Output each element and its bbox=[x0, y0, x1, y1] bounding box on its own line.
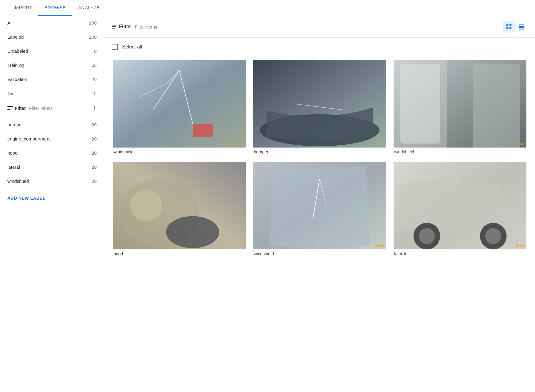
main-filter-bar: Filter bbox=[104, 16, 535, 38]
sidebar-item-all[interactable]: All 100 bbox=[0, 16, 104, 30]
filter-labels-placeholder: Filter labels bbox=[29, 106, 90, 111]
image-cell-lateral1[interactable]: 16:03 lateral bbox=[390, 158, 530, 260]
image-cell-windshield3[interactable]: 28:08 windshield bbox=[249, 158, 390, 260]
sidebar-item-test[interactable]: Test 15 bbox=[0, 86, 104, 101]
svg-point-23 bbox=[130, 190, 162, 221]
select-all-label: Select all bbox=[122, 44, 142, 50]
svg-point-24 bbox=[166, 216, 219, 248]
image-1: 12:04 bbox=[113, 60, 246, 148]
category-section: All 100 Labeled 100 Unlabeled 0 Training… bbox=[0, 16, 104, 101]
svg-rect-4 bbox=[519, 25, 525, 25]
svg-rect-3 bbox=[510, 27, 511, 29]
image-6: 16:03 bbox=[394, 162, 526, 249]
image-wrapper-5: 28:08 bbox=[253, 162, 386, 249]
labels-section: bumper 20 engine_compartment 20 hood 20 … bbox=[0, 115, 104, 191]
list-view-button[interactable] bbox=[516, 21, 528, 33]
view-toggle-group bbox=[503, 21, 528, 33]
image-label-5: windshield bbox=[253, 251, 386, 256]
sidebar-item-validation[interactable]: Validation 20 bbox=[0, 72, 104, 86]
svg-rect-7 bbox=[519, 29, 525, 29]
image-cell-windshield2[interactable]: 06:04 windshield bbox=[390, 56, 530, 158]
image-label-3: windshield bbox=[394, 149, 526, 154]
image-wrapper-1: 12:04 bbox=[113, 60, 246, 148]
sidebar-item-lateral[interactable]: lateral 20 bbox=[0, 160, 104, 174]
sidebar-item-windshield[interactable]: windshield 20 bbox=[0, 174, 104, 188]
svg-rect-5 bbox=[519, 26, 525, 27]
filter-items-input[interactable] bbox=[135, 24, 193, 29]
image-3: 06:04 bbox=[394, 60, 526, 148]
sidebar-item-unlabeled[interactable]: Unlabeled 0 bbox=[0, 44, 104, 58]
main-content: Filter bbox=[104, 16, 535, 392]
image-grid: 12:04 windshield bbox=[104, 53, 535, 267]
svg-rect-2 bbox=[506, 27, 508, 29]
svg-rect-6 bbox=[519, 27, 525, 28]
svg-rect-20 bbox=[473, 64, 520, 148]
grid-icon bbox=[506, 23, 512, 30]
image-wrapper-2: 11:04 bbox=[253, 60, 386, 148]
svg-rect-1 bbox=[510, 24, 511, 26]
image-label-2: bumper bbox=[253, 149, 386, 154]
image-cell-bumper1[interactable]: 11:04 bumper bbox=[249, 56, 390, 158]
add-new-label-button[interactable]: ADD NEW LABEL bbox=[0, 191, 104, 206]
svg-rect-8 bbox=[113, 60, 246, 148]
filter-hamburger-icon bbox=[7, 106, 13, 110]
image-cell-windshield1[interactable]: 12:04 windshield bbox=[109, 56, 249, 158]
svg-rect-13 bbox=[193, 124, 213, 137]
sidebar: All 100 Labeled 100 Unlabeled 0 Training… bbox=[0, 16, 104, 392]
sidebar-item-bumper[interactable]: bumper 20 bbox=[0, 118, 104, 132]
svg-rect-19 bbox=[400, 64, 440, 144]
timestamp-1: 12:04 bbox=[235, 142, 244, 146]
svg-rect-0 bbox=[506, 24, 508, 26]
main-filter-hamburger-icon bbox=[112, 25, 117, 29]
image-wrapper-6: 16:03 bbox=[394, 162, 526, 249]
timestamp-2: 11:04 bbox=[375, 142, 384, 146]
list-icon bbox=[518, 23, 525, 30]
sidebar-item-hood[interactable]: hood 20 bbox=[0, 146, 104, 160]
image-wrapper-4: 14:04 bbox=[113, 162, 246, 249]
top-navigation: IMPORT BROWSE ANALYZE bbox=[0, 0, 535, 16]
main-layout: All 100 Labeled 100 Unlabeled 0 Training… bbox=[0, 16, 535, 392]
image-label-1: windshield bbox=[113, 149, 246, 154]
image-5: 28:08 bbox=[253, 162, 386, 249]
sidebar-item-labeled[interactable]: Labeled 100 bbox=[0, 30, 104, 44]
main-filter-label: Filter bbox=[119, 24, 131, 29]
svg-point-30 bbox=[419, 228, 435, 244]
sidebar-item-training[interactable]: Training 65 bbox=[0, 58, 104, 72]
image-2: 11:04 bbox=[253, 60, 386, 148]
grid-view-button[interactable] bbox=[503, 21, 515, 33]
main-filter-icon-group: Filter bbox=[112, 24, 131, 29]
image-wrapper-3: 06:04 bbox=[394, 60, 526, 148]
image-cell-hood1[interactable]: 14:04 hood bbox=[109, 158, 249, 260]
select-all-row: Select all bbox=[104, 38, 535, 53]
select-all-checkbox[interactable] bbox=[112, 44, 118, 50]
timestamp-3: 06:04 bbox=[515, 142, 524, 146]
image-4: 14:04 bbox=[113, 162, 246, 249]
tab-analyze[interactable]: ANALYZE bbox=[72, 0, 106, 16]
tab-browse[interactable]: BROWSE bbox=[38, 0, 72, 16]
tab-import[interactable]: IMPORT bbox=[7, 0, 38, 16]
sidebar-item-engine-compartment[interactable]: engine_compartment 20 bbox=[0, 132, 104, 146]
timestamp-5: 28:08 bbox=[375, 244, 384, 248]
svg-point-32 bbox=[485, 228, 501, 244]
filter-left-group: Filter bbox=[112, 24, 193, 29]
filter-icon-group: Filter bbox=[7, 106, 26, 111]
image-label-6: lateral bbox=[394, 251, 526, 256]
label-filter-row: Filter Filter labels + bbox=[0, 101, 104, 115]
filter-label-text: Filter bbox=[15, 106, 26, 111]
add-label-button[interactable]: + bbox=[93, 105, 97, 111]
timestamp-6: 16:03 bbox=[515, 244, 524, 248]
image-label-4: hood bbox=[113, 251, 246, 256]
timestamp-4: 14:04 bbox=[235, 244, 244, 248]
